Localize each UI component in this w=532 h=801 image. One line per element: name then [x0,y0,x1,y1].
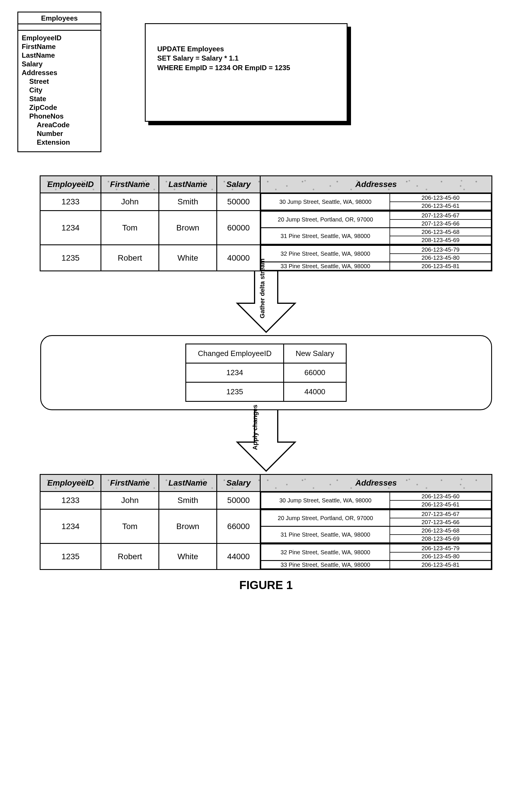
address-phone: 206-123-45-79 [390,245,491,254]
cell-addresses: 32 Pine Street, Seattle, WA, 98000206-12… [260,245,492,271]
schema-field: LastName [22,51,97,60]
address-street: 30 Jump Street, Seattle, WA, 98000 [261,194,390,210]
employees-table-before: EmployeeID FirstName LastName Salary Add… [40,176,492,271]
address-phone: 206-123-45-81 [390,262,491,271]
delta-salary: 66000 [284,363,346,382]
cell-salary: 44000 [217,544,260,570]
address-phone: 206-123-45-60 [390,492,491,500]
schema-field: ZipCode [22,103,97,112]
cell-id: 1234 [40,211,101,245]
arrow-gather-delta: Gather delta stream [40,271,492,335]
cell-first: John [101,492,159,509]
address-phone: 206-123-45-80 [390,254,491,262]
cell-salary: 40000 [217,245,260,271]
cell-addresses: 30 Jump Street, Seattle, WA, 98000206-12… [260,492,492,509]
address-street: 31 Pine Street, Seattle, WA, 98000 [261,526,390,543]
address-phone: 207-123-45-66 [390,219,491,228]
col-header-lname: LastName [159,475,217,492]
cell-salary: 50000 [217,492,260,509]
schema-gap [18,24,100,31]
cell-salary: 60000 [217,211,260,245]
schema-field: EmployeeID [22,34,97,42]
arrow-label: Apply changes [251,405,259,450]
address-phone: 206-123-45-68 [390,526,491,535]
delta-salary: 44000 [284,382,346,401]
schema-field: PhoneNos [22,112,97,121]
schema-field: Extension [22,138,97,147]
cell-first: Robert [101,245,159,271]
address-phone: 207-123-45-67 [390,211,491,219]
address-street: 20 Jump Street, Portland, OR, 97000 [261,211,390,228]
address-street: 30 Jump Street, Seattle, WA, 98000 [261,492,390,509]
address-phone: 207-123-45-67 [390,510,491,518]
address-phone: 206-123-45-61 [390,500,491,509]
schema-field: Number [22,129,97,138]
cell-salary: 50000 [217,193,260,211]
col-header-empid: EmployeeID [40,475,101,492]
cell-salary: 66000 [217,509,260,544]
employees-table-after: EmployeeID FirstName LastName Salary Add… [40,474,492,570]
cell-addresses: 32 Pine Street, Seattle, WA, 98000206-12… [260,544,492,570]
cell-id: 1234 [40,509,101,544]
schema-field: Street [22,77,97,86]
cell-last: Smith [159,193,217,211]
address-phone: 206-123-45-81 [390,561,491,569]
address-street: 33 Pine Street, Seattle, WA, 98000 [261,561,390,569]
address-street: 20 Jump Street, Portland, OR, 97000 [261,510,390,526]
address-phone: 207-123-45-66 [390,518,491,526]
address-street: 31 Pine Street, Seattle, WA, 98000 [261,228,390,244]
arrow-label: Gather delta stream [259,259,266,318]
col-header-addr: Addresses [260,176,492,193]
col-header-fname: FirstName [101,176,159,193]
col-header-lname: LastName [159,176,217,193]
col-header-salary: Salary [217,176,260,193]
cell-last: Smith [159,492,217,509]
address-phone: 206-123-45-68 [390,228,491,236]
address-phone: 206-123-45-80 [390,552,491,561]
address-phone: 206-123-45-60 [390,194,491,202]
delta-header-salary: New Salary [284,344,346,363]
cell-first: John [101,193,159,211]
sql-line: SET Salary = Salary * 1.1 [157,54,338,63]
delta-header-empid: Changed EmployeeID [186,344,284,363]
cell-last: Brown [159,211,217,245]
col-header-empid: EmployeeID [40,176,101,193]
col-header-fname: FirstName [101,475,159,492]
cell-last: White [159,544,217,570]
address-street: 33 Pine Street, Seattle, WA, 98000 [261,262,390,271]
schema-title: Employees [18,13,100,24]
schema-field: Addresses [22,68,97,77]
cell-first: Tom [101,509,159,544]
delta-empid: 1235 [186,382,284,401]
cell-last: Brown [159,509,217,544]
figure-caption: FIGURE 1 [17,579,515,592]
cell-id: 1233 [40,193,101,211]
cell-id: 1235 [40,245,101,271]
cell-id: 1235 [40,544,101,570]
schema-field: FirstName [22,42,97,51]
schema-field: AreaCode [22,121,97,129]
cell-id: 1233 [40,492,101,509]
arrow-apply-changes: Apply changes [40,410,492,474]
sql-box: UPDATE Employees SET Salary = Salary * 1… [145,23,347,122]
schema-field: Salary [22,60,97,68]
schema-field: City [22,86,97,94]
schema-field-list: EmployeeIDFirstNameLastNameSalaryAddress… [18,31,100,151]
delta-empid: 1234 [186,363,284,382]
sql-line: WHERE EmpID = 1234 OR EmpID = 1235 [157,63,338,72]
address-phone: 206-123-45-79 [390,544,491,552]
schema-box: Employees EmployeeIDFirstNameLastNameSal… [17,12,101,152]
delta-table: Changed EmployeeID New Salary 1234660001… [185,344,346,402]
cell-first: Tom [101,211,159,245]
col-header-addr: Addresses [260,475,492,492]
cell-last: White [159,245,217,271]
address-street: 32 Pine Street, Seattle, WA, 98000 [261,544,390,561]
address-street: 32 Pine Street, Seattle, WA, 98000 [261,245,390,262]
cell-addresses: 20 Jump Street, Portland, OR, 97000207-1… [260,211,492,245]
delta-stream-box: Changed EmployeeID New Salary 1234660001… [40,335,492,410]
schema-field: State [22,94,97,103]
sql-line: UPDATE Employees [157,44,338,54]
address-phone: 206-123-45-61 [390,202,491,210]
cell-first: Robert [101,544,159,570]
cell-addresses: 30 Jump Street, Seattle, WA, 98000206-12… [260,193,492,211]
